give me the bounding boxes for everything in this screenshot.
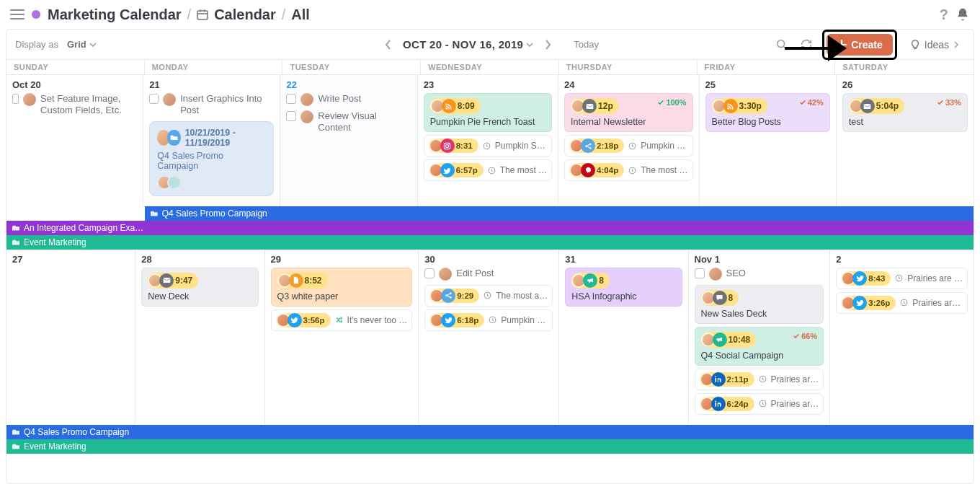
event-title: Q4 Social Campaign [701, 351, 818, 361]
prev-range-button[interactable] [381, 38, 396, 52]
task-checkbox[interactable] [286, 94, 296, 104]
campaign-range-card[interactable]: 10/21/2019 - 11/19/2019 Q4 Sales Promo C… [149, 121, 274, 196]
display-as-select[interactable]: Grid [67, 39, 97, 50]
campaign-bar-label: An Integrated Campaign Exa… [24, 223, 143, 233]
event-card[interactable]: 9:47 New Deck [141, 268, 258, 307]
event-card[interactable]: 8:09 Pumpkin Pie French Toast [424, 93, 552, 132]
refresh-icon[interactable] [798, 36, 815, 53]
social-post-text: Prairies ar… [771, 399, 819, 409]
day-cell[interactable]: 24 12p 100% Internal Newsletter 2:18p Pu… [558, 75, 699, 206]
social-post-text: Pumpkin … [641, 141, 685, 151]
notifications-icon[interactable] [956, 7, 970, 22]
day-cell[interactable]: 30 Edit Post 9:29 The most a… 6:18p Pump… [419, 250, 559, 425]
day-cell[interactable]: 25 3:30p 42% Better Blog Posts [700, 75, 837, 206]
day-cell[interactable]: 28 9:47 New Deck [135, 250, 264, 425]
social-post-chip[interactable]: 3:26p Prairies ar… [836, 292, 968, 314]
day-cell[interactable]: 21 Insert Graphics Into Post 10/21/2019 … [143, 75, 280, 206]
campaign-span-bar[interactable]: Event Marketing [6, 439, 974, 454]
event-title: Q3 white paper [277, 291, 406, 302]
day-cell[interactable]: 29 8:52 Q3 white paper 3:56p It's never … [265, 250, 419, 425]
day-cell[interactable]: 27 [6, 250, 135, 425]
task-checkbox[interactable] [695, 268, 705, 278]
social-post-text: The most … [500, 165, 547, 175]
svg-point-22 [445, 294, 447, 296]
clock-icon [488, 167, 496, 175]
social-post-chip[interactable]: 2:18p Pumpkin … [564, 135, 692, 157]
date-number: 28 [141, 254, 258, 265]
social-post-chip[interactable]: 6:57p The most … [424, 159, 552, 181]
clock-icon [759, 375, 767, 383]
social-post-chip[interactable]: 2:11p Prairies ar… [695, 369, 824, 390]
event-time: 9:47 [175, 276, 192, 286]
breadcrumb-section[interactable]: Calendar [214, 6, 276, 23]
search-icon[interactable] [773, 36, 790, 53]
task-checkbox[interactable] [12, 94, 19, 104]
breadcrumb-filter[interactable]: All [291, 6, 310, 23]
tw-icon [852, 271, 867, 286]
task-checkbox[interactable] [286, 111, 296, 121]
event-title: Internal Newsletter [571, 117, 686, 127]
breadcrumb-project[interactable]: Marketing Calendar [48, 6, 182, 23]
plus-icon [837, 40, 847, 50]
date-number: 2 [836, 254, 968, 265]
event-card[interactable]: 3:30p 42% Better Blog Posts [705, 93, 830, 132]
day-cell[interactable]: Nov 1 SEO 8 New Sales Deck 10:48 66% Q4 … [689, 250, 831, 425]
event-time: 3:56p [303, 316, 325, 325]
campaign-span-bar[interactable]: An Integrated Campaign Exa… [6, 221, 974, 235]
date-number: 21 [149, 79, 274, 90]
event-time-pill: 3:26p [841, 296, 896, 310]
create-button-highlight: Create [822, 30, 897, 60]
day-cell[interactable]: 22 Write Post Review Visual Content [280, 75, 417, 206]
today-button[interactable]: Today [574, 39, 599, 50]
date-range-text: OCT 20 - NOV 16, 2019 [403, 38, 523, 50]
event-card[interactable]: 8 New Sales Deck [695, 285, 824, 324]
day-cell[interactable]: 2 8:43 Prairies are … 3:26p Prairies ar… [830, 250, 974, 425]
day-cell[interactable]: 31 8 HSA Infographic [559, 250, 688, 425]
event-card[interactable]: 8 HSA Infographic [565, 268, 682, 307]
tw-icon [288, 313, 302, 327]
task-checkbox[interactable] [424, 268, 435, 278]
task-checkbox[interactable] [149, 94, 159, 104]
social-post-chip[interactable]: 4:04p The most … [564, 159, 692, 181]
create-button[interactable]: Create [827, 34, 893, 56]
campaign-span-bar[interactable]: Q4 Sales Promo Campaign [145, 206, 974, 221]
svg-point-19 [727, 107, 729, 109]
campaign-bar-label: Event Marketing [24, 441, 86, 452]
day-cell[interactable]: 26 5:04p 33% test [837, 75, 974, 206]
help-icon[interactable]: ? [940, 6, 948, 23]
social-post-chip[interactable]: 9:29 The most a… [424, 285, 553, 307]
task-item[interactable]: SEO [695, 268, 824, 281]
event-title: Pumpkin Pie French Toast [430, 117, 545, 127]
event-time-pill: 3:56p [276, 313, 331, 327]
svg-point-14 [585, 145, 587, 147]
folder-icon [12, 429, 19, 435]
event-card[interactable]: 5:04p 33% test [842, 93, 968, 132]
social-post-chip[interactable]: 3:56p It's never too … [271, 309, 413, 331]
event-time: 9:29 [457, 291, 473, 300]
event-time-pill: 6:18p [429, 313, 484, 327]
clock-icon [628, 167, 636, 175]
social-post-chip[interactable]: 8:31 Pumpkin S… [424, 135, 552, 157]
social-post-chip[interactable]: 6:18p Pumpkin … [424, 309, 553, 331]
task-item[interactable]: Set Feature Image, Custom Fields, Etc. [12, 93, 137, 117]
campaign-span-bar[interactable]: Event Marketing [6, 235, 974, 250]
social-post-chip[interactable]: 8:43 Prairies are … [836, 268, 968, 289]
event-time: 3:26p [868, 299, 890, 307]
campaign-span-bar[interactable]: Q4 Sales Promo Campaign [6, 425, 974, 439]
create-button-label: Create [851, 39, 883, 50]
menu-toggle[interactable] [10, 9, 24, 19]
task-item[interactable]: Review Visual Content [286, 110, 411, 134]
task-item[interactable]: Edit Post [424, 268, 553, 281]
event-card[interactable]: 10:48 66% Q4 Social Campaign [695, 327, 824, 366]
event-card[interactable]: 8:52 Q3 white paper [271, 268, 413, 307]
next-range-button[interactable] [540, 38, 555, 52]
task-item[interactable]: Write Post [286, 93, 411, 106]
social-post-chip[interactable]: 6:24p Prairies ar… [695, 393, 824, 415]
event-card[interactable]: 12p 100% Internal Newsletter [564, 93, 692, 132]
ideas-button[interactable]: Ideas [904, 35, 965, 55]
day-cell[interactable]: 23 8:09 Pumpkin Pie French Toast 8:31 Pu… [418, 75, 558, 206]
date-range-picker[interactable]: OCT 20 - NOV 16, 2019 [403, 38, 533, 50]
clock-icon [489, 316, 496, 324]
day-cell[interactable]: Oct 20 Set Feature Image, Custom Fields,… [6, 75, 143, 206]
task-item[interactable]: Insert Graphics Into Post [149, 93, 274, 117]
